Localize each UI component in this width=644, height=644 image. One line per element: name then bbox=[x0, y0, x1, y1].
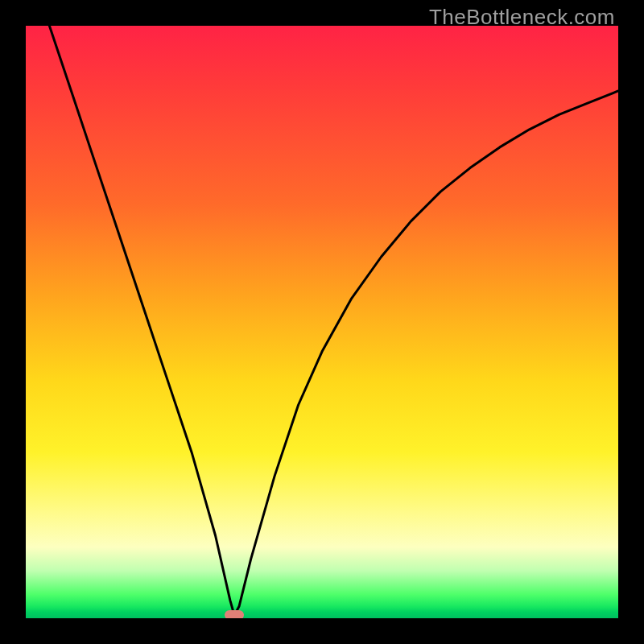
plot-area bbox=[26, 26, 618, 618]
chart-frame: TheBottleneck.com bbox=[0, 0, 644, 644]
bottleneck-curve bbox=[26, 26, 618, 618]
optimal-marker bbox=[225, 610, 244, 618]
